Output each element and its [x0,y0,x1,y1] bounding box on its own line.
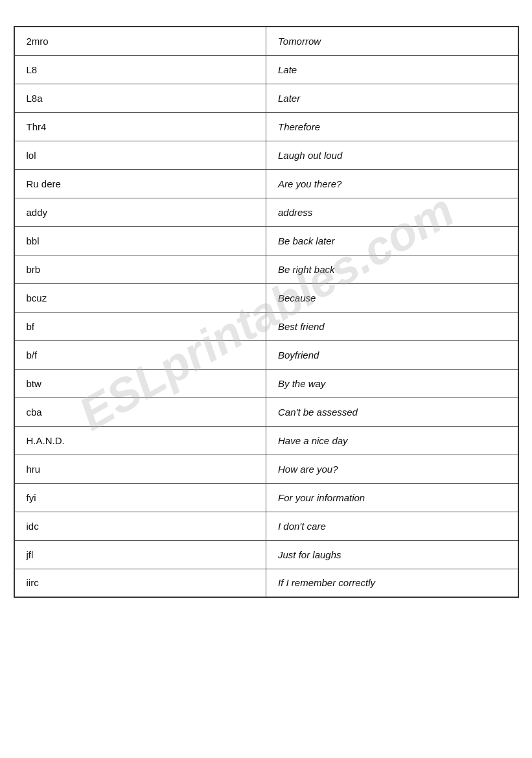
abbreviation-cell: hru [14,455,266,483]
table-row: idcI don't care [14,512,518,540]
abbreviation-cell: L8 [14,55,266,84]
table-row: bcuzBecause [14,283,518,312]
meaning-cell: Best friend [266,312,518,340]
table-row: iircIf I remember correctly [14,569,518,597]
meaning-cell: Tomorrow [266,27,518,55]
table-row: H.A.N.D.Have a nice day [14,426,518,455]
abbreviation-cell: lol [14,141,266,169]
table-row: L8aLater [14,84,518,112]
table-row: bfBest friend [14,312,518,340]
table-row: Thr4Therefore [14,112,518,141]
abbreviation-cell: H.A.N.D. [14,426,266,455]
abbreviation-cell: bf [14,312,266,340]
meaning-cell: By the way [266,369,518,397]
abbreviations-table: 2mroTomorrowL8LateL8aLaterThr4Thereforel… [14,26,519,598]
meaning-cell: Be back later [266,226,518,255]
meaning-cell: Late [266,55,518,84]
table-row: bblBe back later [14,226,518,255]
abbreviation-cell: 2mro [14,27,266,55]
abbreviation-cell: jfl [14,540,266,569]
table-row: cbaCan't be assessed [14,397,518,426]
table-row: lolLaugh out loud [14,141,518,169]
table-row: L8Late [14,55,518,84]
table-row: Ru dereAre you there? [14,169,518,198]
meaning-cell: If I remember correctly [266,569,518,597]
abbreviation-cell: brb [14,255,266,283]
table-row: addyaddress [14,198,518,226]
table-row: brbBe right back [14,255,518,283]
meaning-cell: Be right back [266,255,518,283]
meaning-cell: How are you? [266,455,518,483]
meaning-cell: Therefore [266,112,518,141]
meaning-cell: Laugh out loud [266,141,518,169]
abbreviation-cell: idc [14,512,266,540]
table-row: b/fBoyfriend [14,340,518,369]
table-row: 2mroTomorrow [14,27,518,55]
abbreviation-cell: iirc [14,569,266,597]
abbreviation-cell: btw [14,369,266,397]
meaning-cell: Just for laughs [266,540,518,569]
meaning-cell: Later [266,84,518,112]
meaning-cell: Have a nice day [266,426,518,455]
table-row: jflJust for laughs [14,540,518,569]
table-row: fyiFor your information [14,483,518,512]
abbreviation-cell: bcuz [14,283,266,312]
meaning-cell: Because [266,283,518,312]
abbreviation-cell: b/f [14,340,266,369]
meaning-cell: address [266,198,518,226]
meaning-cell: For your information [266,483,518,512]
table-row: btwBy the way [14,369,518,397]
table-row: hruHow are you? [14,455,518,483]
abbreviation-cell: cba [14,397,266,426]
meaning-cell: Can't be assessed [266,397,518,426]
abbreviation-cell: L8a [14,84,266,112]
meaning-cell: Boyfriend [266,340,518,369]
abbreviation-cell: fyi [14,483,266,512]
meaning-cell: I don't care [266,512,518,540]
meaning-cell: Are you there? [266,169,518,198]
abbreviation-cell: bbl [14,226,266,255]
abbreviation-cell: Thr4 [14,112,266,141]
abbreviation-cell: Ru dere [14,169,266,198]
abbreviation-cell: addy [14,198,266,226]
page-container: ESLprintables.com 2mroTomorrowL8LateL8aL… [14,26,519,598]
